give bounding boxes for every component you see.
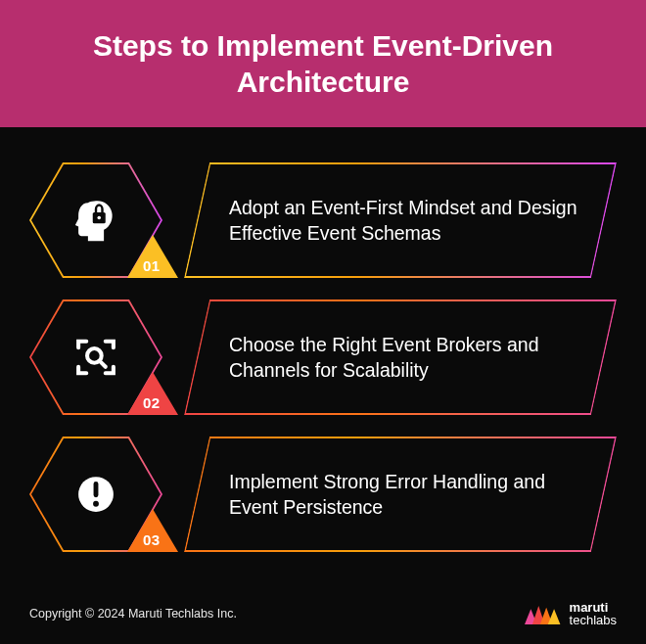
alert-icon xyxy=(70,469,121,520)
logo-text: maruti techlabs xyxy=(570,601,617,626)
footer: Copyright © 2024 Maruti Techlabs Inc. ma… xyxy=(29,601,617,626)
step-2-number: 02 xyxy=(143,394,161,411)
steps-list: 01 Adopt an Event-First Mindset and Desi… xyxy=(0,127,646,552)
brand-logo: maruti techlabs xyxy=(525,601,617,626)
scan-search-icon xyxy=(70,332,121,383)
step-1-badge: 01 xyxy=(29,162,162,278)
copyright-text: Copyright © 2024 Maruti Techlabs Inc. xyxy=(29,607,237,621)
logo-secondary: techlabs xyxy=(570,614,617,626)
svg-point-6 xyxy=(93,501,99,507)
step-2-text: Choose the Right Event Brokers and Chann… xyxy=(229,332,581,384)
head-lock-icon xyxy=(70,195,121,246)
svg-point-1 xyxy=(97,216,101,220)
svg-line-3 xyxy=(100,361,106,367)
step-1-number: 01 xyxy=(143,257,161,274)
step-3-text: Implement Strong Error Handling and Even… xyxy=(229,469,581,521)
step-2-badge: 02 xyxy=(29,299,162,415)
step-2: 02 Choose the Right Event Brokers and Ch… xyxy=(29,299,617,415)
step-3-number: 03 xyxy=(143,531,161,548)
page-title: Steps to Implement Event-Driven Architec… xyxy=(39,27,607,101)
step-1-text: Adopt an Event-First Mindset and Design … xyxy=(229,195,581,247)
svg-rect-5 xyxy=(94,482,99,497)
step-3: 03 Implement Strong Error Handling and E… xyxy=(29,437,617,552)
step-1: 01 Adopt an Event-First Mindset and Desi… xyxy=(29,162,617,278)
header: Steps to Implement Event-Driven Architec… xyxy=(0,0,646,127)
step-3-badge: 03 xyxy=(29,437,162,552)
logo-mark-icon xyxy=(525,602,562,625)
